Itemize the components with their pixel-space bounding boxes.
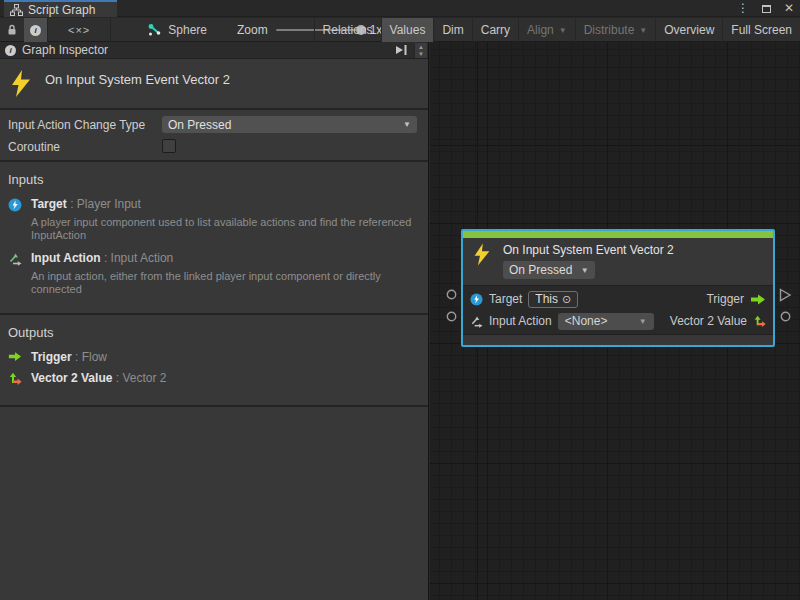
info-icon: i <box>5 45 16 56</box>
target-input-port[interactable] <box>446 289 457 300</box>
code-preview-button[interactable]: <×> <box>48 18 110 42</box>
graph-toolbar: i <×> Sphere Zoom 1x <box>0 18 800 42</box>
event-lightning-icon <box>473 243 491 266</box>
full-screen-button[interactable]: Full Screen <box>722 18 800 42</box>
port-name: Input Action <box>31 251 101 265</box>
outputs-heading: Outputs <box>8 325 420 340</box>
node-inspector-title-block: On Input System Event Vector 2 <box>0 59 428 110</box>
player-input-icon <box>470 293 483 306</box>
event-lightning-icon <box>10 70 32 97</box>
event-node-footer <box>463 334 773 345</box>
input-action-dropdown[interactable]: <None> ▼ <box>558 313 654 330</box>
node-row-target: Target This ⊙ Trigger <box>463 288 773 310</box>
lock-icon <box>6 24 18 36</box>
vector2-output-port[interactable] <box>780 311 791 322</box>
list-item: Input Action : Input Action <box>8 251 420 266</box>
graph-canvas[interactable]: On Input System Event Vector 2 On Presse… <box>430 42 800 600</box>
graph-inspector-header: i Graph Inspector ▲ ▼ <box>0 42 428 59</box>
target-port-label: Target <box>489 292 522 306</box>
graph-hierarchy-icon <box>10 4 23 16</box>
chevron-down-icon: ▼ <box>639 26 647 35</box>
dim-button[interactable]: Dim <box>433 18 471 42</box>
port-description: An input action, either from the linked … <box>31 270 425 296</box>
node-mode-dropdown[interactable]: On Pressed ▼ <box>503 261 595 279</box>
node-row-input-action: Input Action <None> ▼ Vector 2 Value <box>463 310 773 332</box>
distribute-dropdown-button[interactable]: Distribute▼ <box>575 18 656 42</box>
scroll-down-icon[interactable]: ▼ <box>418 51 424 58</box>
chevron-down-icon: ▼ <box>559 26 567 35</box>
lock-button[interactable] <box>0 18 24 42</box>
inspector-node-title: On Input System Event Vector 2 <box>45 72 230 87</box>
graph-inspector-panel: i Graph Inspector ▲ ▼ On Input System Ev… <box>0 42 429 600</box>
zoom-label: Zoom <box>237 23 268 37</box>
scroll-up-icon[interactable]: ▲ <box>418 44 424 51</box>
port-name: Trigger <box>31 350 72 364</box>
outputs-section: Outputs Trigger : Flow Vector 2 Value : … <box>0 315 428 407</box>
port-name: Target <box>31 197 67 211</box>
node-settings-block: Input Action Change Type On Pressed ▼ Co… <box>0 110 428 162</box>
chevron-down-icon: ▼ <box>581 266 589 275</box>
graph-name-label: Sphere <box>168 23 207 37</box>
port-type: Flow <box>82 350 107 364</box>
port-type: Player Input <box>77 197 141 211</box>
values-button[interactable]: Values <box>381 18 434 42</box>
inspector-toggle-button[interactable]: i <box>24 18 47 42</box>
port-description: A player input component used to list av… <box>31 216 425 242</box>
vector2-icon <box>8 372 22 386</box>
list-item: Trigger : Flow <box>8 350 420 364</box>
change-type-label: Input Action Change Type <box>8 118 145 132</box>
trigger-port-label: Trigger <box>706 292 744 306</box>
inputs-section: Inputs Target : Player Input A player in… <box>0 162 428 315</box>
port-separator: : <box>67 197 77 211</box>
list-item: Target : Player Input <box>8 197 420 212</box>
coroutine-label: Coroutine <box>8 140 60 154</box>
dock-panel-icon[interactable] <box>395 44 408 56</box>
info-icon: i <box>30 25 41 36</box>
window-close-icon[interactable]: ✕ <box>784 0 794 17</box>
tab-script-graph[interactable]: Script Graph <box>4 0 117 17</box>
overview-button[interactable]: Overview <box>655 18 722 42</box>
trigger-output-port[interactable] <box>779 288 792 302</box>
object-picker-icon[interactable]: ⊙ <box>562 293 571 306</box>
vector2-port-label: Vector 2 Value <box>670 314 747 328</box>
graph-breadcrumb[interactable]: Sphere <box>147 23 207 37</box>
coroutine-checkbox[interactable] <box>162 139 176 153</box>
flow-arrow-icon <box>750 294 766 305</box>
window-menu-icon[interactable]: ⋮ <box>737 0 749 17</box>
port-separator: : <box>101 251 111 265</box>
node-title: On Input System Event Vector 2 <box>503 243 674 257</box>
vector2-icon <box>753 315 766 328</box>
change-type-dropdown[interactable]: On Pressed ▼ <box>162 116 417 133</box>
code-icon: <×> <box>54 24 104 36</box>
port-separator: : <box>72 350 82 364</box>
carry-button[interactable]: Carry <box>472 18 518 42</box>
input-action-input-port[interactable] <box>446 311 457 322</box>
port-type: Vector 2 <box>122 371 166 385</box>
inspector-scrollbar[interactable]: ▲ ▼ <box>414 43 427 58</box>
event-node-header[interactable]: On Input System Event Vector 2 On Presse… <box>463 238 773 285</box>
list-item: Vector 2 Value : Vector 2 <box>8 371 420 386</box>
event-node-accent-bar <box>463 231 773 238</box>
player-input-icon <box>8 198 22 212</box>
port-type: Input Action <box>111 251 174 265</box>
chevron-down-icon: ▼ <box>403 120 411 129</box>
flow-arrow-icon <box>8 351 22 362</box>
window-titlebar: Script Graph ⋮ ✕ <box>0 0 800 17</box>
port-name: Vector 2 Value <box>31 371 112 385</box>
toolbar-separator <box>110 18 111 42</box>
input-action-icon <box>470 315 483 328</box>
relations-button[interactable]: Relations <box>314 18 381 42</box>
window-maximize-icon[interactable] <box>762 5 771 13</box>
tab-label: Script Graph <box>28 3 95 17</box>
port-separator: : <box>112 371 122 385</box>
event-node-body: Target This ⊙ Trigger <box>463 285 773 334</box>
chevron-down-icon: ▼ <box>639 317 647 326</box>
graph-inspector-title: Graph Inspector <box>22 43 108 57</box>
target-object-field[interactable]: This ⊙ <box>528 291 578 308</box>
script-graph-icon <box>147 23 162 37</box>
input-action-icon <box>8 252 22 266</box>
inputs-heading: Inputs <box>8 172 420 187</box>
align-dropdown-button[interactable]: Align▼ <box>518 18 575 42</box>
event-node[interactable]: On Input System Event Vector 2 On Presse… <box>461 229 775 347</box>
unity-script-graph-window: Script Graph ⋮ ✕ i <×> <box>0 0 800 600</box>
